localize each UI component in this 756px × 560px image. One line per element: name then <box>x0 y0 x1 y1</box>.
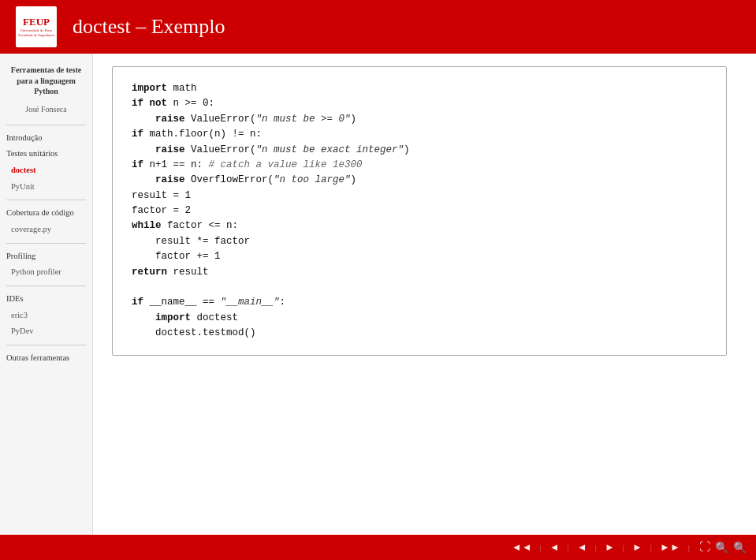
divider-2 <box>6 200 86 200</box>
code-line-2: if not n >= 0: <box>132 96 707 111</box>
code-line-3: raise ValueError("n must be >= 0") <box>132 112 707 127</box>
author-name: José Fonseca <box>0 102 92 120</box>
nav-sep-3: | <box>595 543 597 552</box>
sidebar-item-ides[interactable]: IDEs <box>0 291 92 308</box>
divider-1 <box>6 125 86 125</box>
nav-sep-6: | <box>688 543 690 552</box>
sidebar-item-doctest[interactable]: doctest <box>0 162 92 179</box>
sidebar-item-python-profiler[interactable]: Python profiler <box>0 264 92 281</box>
code-line-1: import math <box>132 81 707 96</box>
nav-up-prev[interactable]: ◄ <box>574 539 590 555</box>
divider-4 <box>6 286 86 286</box>
code-line-11: result *= factor <box>132 234 707 249</box>
code-line-12: factor += 1 <box>132 249 707 264</box>
bottom-nav-bar: ◄◄ | ◄ | ◄ | ► | ► | ►► | ⛶ 🔍 🔍 <box>0 535 756 560</box>
nav-up-next[interactable]: ► <box>601 539 618 555</box>
sidebar-item-cobertura[interactable]: Cobertura de código <box>0 205 92 222</box>
sidebar-item-outras[interactable]: Outras ferramentas <box>0 350 92 367</box>
logo-area: FEUP Universidade do PortoFaculdade de E… <box>16 6 57 47</box>
nav-next-next[interactable]: ►► <box>657 539 683 555</box>
course-title: Ferramentas de teste para a linguagem Py… <box>0 62 92 100</box>
nav-prev-prev[interactable]: ◄◄ <box>508 539 535 555</box>
nav-sep-1: | <box>540 543 542 552</box>
content-area: import math if not n >= 0: raise ValueEr… <box>93 54 756 535</box>
nav-next[interactable]: ► <box>629 539 646 555</box>
code-line-5: raise ValueError("n must be exact intege… <box>132 143 707 158</box>
header: FEUP Universidade do PortoFaculdade de E… <box>0 0 756 54</box>
page-title: doctest – Exemplo <box>73 15 225 39</box>
sidebar-item-profiling[interactable]: Profiling <box>0 248 92 265</box>
nav-sep-2: | <box>568 543 569 552</box>
code-line-15: import doctest <box>132 311 707 326</box>
code-line-6: if n+1 == n: # catch a value like 1e300 <box>132 158 707 173</box>
code-line-8: result = 1 <box>132 189 707 203</box>
code-line-7: raise OverflowError("n too large") <box>132 173 707 188</box>
main-layout: Ferramentas de teste para a linguagem Py… <box>0 54 756 535</box>
nav-zoom-icon[interactable]: 🔍 <box>715 541 728 554</box>
code-line-13: return result <box>132 265 707 280</box>
code-line-9: factor = 2 <box>132 203 707 218</box>
nav-sep-4: | <box>623 543 624 552</box>
code-block: import math if not n >= 0: raise ValueEr… <box>112 66 727 356</box>
code-line-4: if math.floor(n) != n: <box>132 127 707 142</box>
sidebar-item-coverage-py[interactable]: coverage.py <box>0 222 92 238</box>
nav-search-icon[interactable]: 🔍 <box>733 541 747 554</box>
code-line-10: while factor <= n: <box>132 218 707 233</box>
divider-5 <box>6 345 86 345</box>
logo-subtitle: Universidade do PortoFaculdade de Engenh… <box>18 28 54 38</box>
code-line-14: if __name__ == "__main__": <box>132 295 707 310</box>
nav-prev[interactable]: ◄ <box>546 539 563 555</box>
nav-fullscreen-icon[interactable]: ⛶ <box>699 541 710 554</box>
sidebar: Ferramentas de teste para a linguagem Py… <box>0 54 93 535</box>
sidebar-item-eric3[interactable]: eric3 <box>0 308 92 324</box>
code-line-blank <box>132 280 707 295</box>
sidebar-item-testes-unitarios[interactable]: Testes unitários <box>0 146 92 162</box>
sidebar-item-pyunit[interactable]: PyUnit <box>0 179 92 196</box>
sidebar-item-pydev[interactable]: PyDev <box>0 323 92 340</box>
logo-box: FEUP Universidade do PortoFaculdade de E… <box>16 6 57 47</box>
sidebar-item-introducao[interactable]: Introdução <box>0 130 92 147</box>
logo-feup: FEUP <box>23 17 50 27</box>
code-line-16: doctest.testmod() <box>132 326 707 341</box>
divider-3 <box>6 243 86 244</box>
nav-sep-5: | <box>650 543 652 552</box>
